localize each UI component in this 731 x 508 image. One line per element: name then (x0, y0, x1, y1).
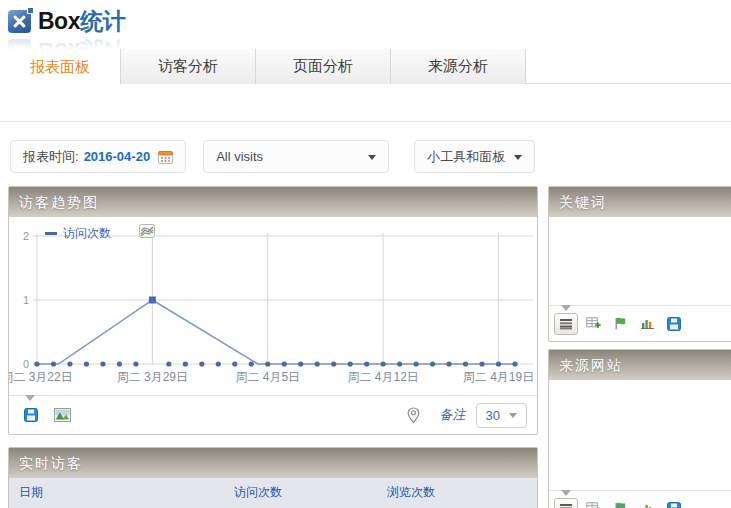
flag-icon (614, 502, 627, 508)
list-icon (559, 503, 573, 508)
tab-referrers[interactable]: 来源分析 (390, 49, 526, 84)
visitor-trend-body: 访问次数 012周二 3月22日周二 3月29日周二 4月5日周二 4月12日周… (9, 217, 537, 395)
date-value: 2016-04-20 (84, 149, 151, 164)
export-data-button[interactable] (662, 498, 686, 508)
visitor-trend-header[interactable]: 访客趋势图 (9, 187, 537, 217)
tab-dashboard[interactable]: 报表面板 (0, 49, 120, 85)
tab-pages[interactable]: 页面分析 (255, 49, 390, 84)
realtime-table-header: 日期 访问次数 浏览次数 (9, 478, 537, 508)
report-toolbar: 报表时间: 2016-04-20 All visits 小工具和面板 (0, 122, 731, 186)
metrics-picker-icon[interactable] (139, 224, 156, 242)
chevron-down-icon (509, 413, 517, 422)
keywords-body (549, 217, 731, 305)
goals-button[interactable] (608, 498, 632, 508)
bar-chart-icon (640, 502, 655, 508)
chevron-down-icon (514, 155, 522, 164)
map-pin-icon (407, 407, 420, 424)
bar-chart-icon (640, 317, 655, 330)
export-image-button[interactable] (50, 404, 74, 426)
floppy-disk-icon (667, 317, 681, 331)
table-add-icon (586, 317, 601, 330)
view-bar-chart-button[interactable] (635, 313, 659, 335)
image-icon (54, 408, 71, 422)
widget-keywords: 关键词 (548, 186, 731, 342)
referrers-footer (549, 490, 731, 508)
widget-visitor-trend: 访客趋势图 访问次数 (8, 186, 538, 435)
app-logo[interactable]: Box统计 (8, 6, 731, 36)
visitor-trend-svg[interactable]: 012周二 3月22日周二 3月29日周二 4月5日周二 4月12日周二 4月1… (9, 217, 537, 395)
referrers-header[interactable]: 来源网站 (549, 350, 731, 380)
view-all-columns-button[interactable] (581, 313, 605, 335)
column-header-pageviews: 浏览次数 (387, 484, 435, 501)
widgets-and-dashboard-button[interactable]: 小工具和面板 (414, 140, 535, 173)
legend-line-swatch (45, 232, 57, 235)
svg-text:1: 1 (23, 294, 29, 306)
svg-text:0: 0 (23, 358, 29, 370)
legend-series-label: 访问次数 (63, 225, 111, 242)
sub-header-band (0, 84, 731, 122)
app-title: Box统计 (38, 6, 125, 37)
rows-limit-value: 30 (486, 408, 500, 423)
svg-text:周二 4月12日: 周二 4月12日 (347, 370, 418, 384)
calendar-icon (158, 150, 173, 164)
chart-legend: 访问次数 (45, 224, 156, 242)
collapse-triangle-icon[interactable] (561, 490, 571, 501)
main-nav-tabs: 报表面板 访客分析 页面分析 来源分析 (0, 49, 731, 84)
chevron-down-icon (368, 155, 376, 164)
logo-corner-square (27, 7, 34, 14)
visitor-trend-footer: 备注 30 (9, 395, 537, 434)
collapse-triangle-icon[interactable] (561, 305, 571, 316)
tab-visitors[interactable]: 访客分析 (120, 49, 255, 84)
dashboard-column-right: 关键词 (548, 186, 731, 508)
annotations-button[interactable] (402, 404, 426, 426)
app-header: Box统计 Box统计 (0, 0, 731, 49)
date-label: 报表时间: (23, 148, 79, 166)
floppy-disk-icon (24, 408, 38, 422)
widget-realtime-visitors: 实时访客 日期 访问次数 浏览次数 (8, 447, 538, 508)
svg-text:周二 4月5日: 周二 4月5日 (235, 370, 300, 384)
export-data-button[interactable] (662, 313, 686, 335)
view-all-columns-button[interactable] (581, 498, 605, 508)
keywords-header[interactable]: 关键词 (549, 187, 731, 217)
svg-text:周二 3月29日: 周二 3月29日 (117, 370, 188, 384)
list-icon (559, 318, 573, 330)
floppy-disk-icon (667, 502, 681, 508)
view-bar-chart-button[interactable] (635, 498, 659, 508)
svg-text:2: 2 (23, 230, 29, 242)
date-range-button[interactable]: 报表时间: 2016-04-20 (10, 140, 186, 173)
svg-text:周二 3月22日: 周二 3月22日 (9, 370, 73, 384)
export-data-button[interactable] (19, 404, 43, 426)
annotations-label[interactable]: 备注 (440, 406, 466, 424)
column-header-date: 日期 (19, 484, 234, 501)
dashboard-grid: 访客趋势图 访问次数 (0, 186, 731, 508)
rows-limit-select[interactable]: 30 (476, 403, 527, 428)
segment-selector[interactable]: All visits (203, 140, 389, 173)
flag-icon (614, 317, 627, 330)
dashboard-column-left: 访客趋势图 访问次数 (8, 186, 538, 508)
svg-text:周二 4月19日: 周二 4月19日 (463, 370, 534, 384)
column-header-visits: 访问次数 (234, 484, 387, 501)
segment-value: All visits (216, 149, 263, 164)
collapse-triangle-icon[interactable] (25, 395, 35, 406)
logo-reflection: Box统计 (8, 36, 731, 49)
logo-chart-x-icon (8, 10, 31, 33)
widget-referrer-websites: 来源网站 (548, 349, 731, 508)
keywords-footer (549, 305, 731, 341)
dashboard-page: Box统计 Box统计 报表面板 访客分析 页面分析 来源分析 报表时间: 20… (0, 0, 731, 508)
table-add-icon (586, 502, 601, 508)
referrers-body (549, 380, 731, 490)
widgets-button-label: 小工具和面板 (427, 148, 505, 166)
realtime-header[interactable]: 实时访客 (9, 448, 537, 478)
goals-button[interactable] (608, 313, 632, 335)
